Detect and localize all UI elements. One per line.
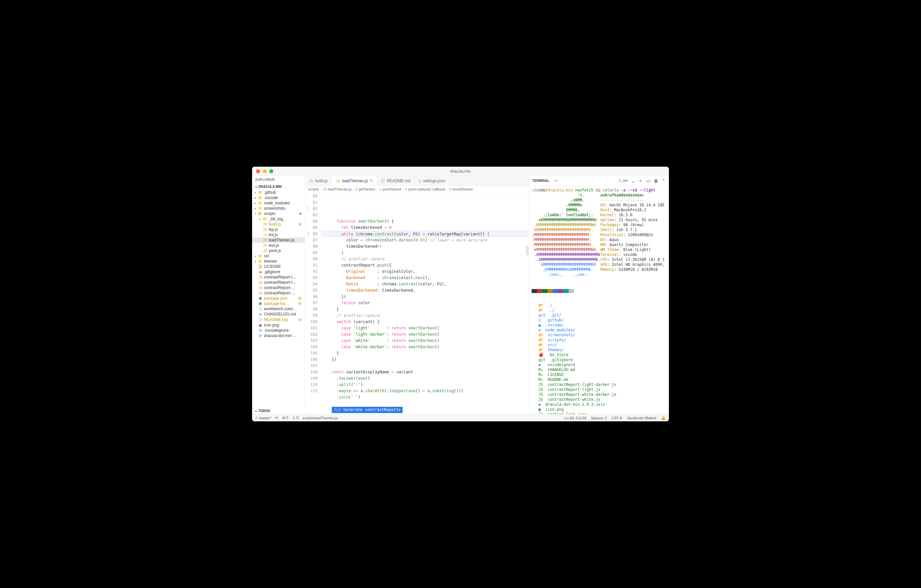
traffic-lights [256,169,273,173]
project-name: DRACULA.MIN [259,185,282,188]
tree-item[interactable]: ⬢package.jsonM [252,296,305,301]
tree-item[interactable]: JSbuild.jsM [252,222,305,227]
bell-icon[interactable]: 🔔 [661,416,666,420]
breadcrumb-item[interactable]: ƒyaml.replace() callback [405,187,446,191]
code-editor[interactable]: 8081{82838485}86878889909192939495969798… [305,192,529,414]
code-content[interactable]: function smartDarken() { let timesDarken… [321,192,529,414]
warnings-count[interactable]: ⚠ 0 [292,416,298,420]
new-terminal-icon[interactable]: ＋ [638,178,643,184]
tree-item[interactable]: JScontrastReport-l… [252,275,305,280]
breadcrumb-item[interactable]: ƒgetVariant [356,187,375,191]
close-tab-icon[interactable]: ✕ [370,179,373,183]
todos-label: TODOS [259,409,270,413]
kill-terminal-icon[interactable]: 🗑 [654,178,658,184]
tree-item[interactable]: ▸📁themes [252,258,305,264]
vscode-window: dracula.min EXPLORER ▾ DRACULA.MIN ▸📁.gi… [252,167,669,421]
body: EXPLORER ▾ DRACULA.MIN ▸📁.github▸📁.vscod… [252,176,669,414]
indent-setting[interactable]: Spaces: 2 [591,416,607,420]
chevron-down-icon: ▾ [255,185,257,188]
explorer-title: EXPLORER [252,176,305,184]
breadcrumbs[interactable]: scripts›JSloadThemes.js›ƒgetVariant›◇yam… [305,186,529,192]
editor-tabs: JSbuild.jsJSloadThemes.js✕ⓘREADME.md{}se… [305,176,529,186]
tree-item[interactable]: ▸📁screenshots [252,206,305,211]
tree-item[interactable]: JScontrastReport-… [252,285,305,290]
hide-panel-icon[interactable]: ⌃ [662,178,666,184]
terminal-panel: TERMINAL ••• 1: zsh ⌄ ＋ ▭ 🗑 ⌃ ~/code/dra… [529,176,669,414]
tree-item[interactable]: ▸📁src [252,253,305,258]
tree-item[interactable]: JSyaml.js [252,248,305,253]
window-title: dracula.min [450,169,471,174]
sync-icon[interactable]: ⟳ [275,416,278,420]
close-window[interactable] [256,169,260,173]
terminal-tab[interactable]: TERMINAL [532,179,550,182]
editor-area: JSbuild.jsJSloadThemes.js✕ⓘREADME.md{}se… [305,176,529,414]
tree-item[interactable]: ▾📂scripts [252,211,305,216]
breadcrumb-item[interactable]: scripts [308,187,319,191]
statusbar: ᚶ master* ⟳ ⊗ 0 ⚠ 0 scripts/loadThemes.j… [252,414,669,421]
tree-item[interactable]: JScontrastReport-l… [252,280,305,285]
minimap-indicator[interactable] [526,245,529,255]
editor-tab[interactable]: JSbuild.js [305,176,332,185]
tree-item[interactable]: ◈CHANGELOG.md [252,312,305,317]
breadcrumb-item[interactable]: JSloadThemes.js [322,187,351,191]
tree-item[interactable]: JSlint.js [252,232,305,237]
tree-item[interactable]: ⚙dracula-dot-min-… [252,333,305,338]
tree-item[interactable]: ⓘREADME.mdM [252,317,305,322]
tree-item[interactable]: {}workbench.color… [252,306,305,312]
tree-item[interactable]: JStest.js [252,243,305,248]
git-branch[interactable]: ᚶ master* [255,416,271,420]
split-terminal-icon[interactable]: ▭ [646,178,650,184]
dropdown-icon[interactable]: ⌄ [631,178,635,184]
chevron-right-icon: ▸ [255,409,257,413]
editor-tab[interactable]: {}settings.json [415,176,449,185]
terminal-header: TERMINAL ••• 1: zsh ⌄ ＋ ▭ 🗑 ⌃ [529,176,669,186]
explorer-sidebar: EXPLORER ▾ DRACULA.MIN ▸📁.github▸📁.vscod… [252,176,305,414]
tree-item[interactable]: ▸📁_ttd_log_ [252,216,305,222]
tree-item[interactable]: JSloadThemes.js [252,237,305,243]
encoding[interactable]: UTF-8 [612,416,622,420]
editor-tab[interactable]: ⓘREADME.md [377,176,415,185]
editor-tab[interactable]: JSloadThemes.js✕ [332,176,377,185]
tree-item[interactable]: ◆.gitignore [252,269,305,275]
maximize-window[interactable] [269,169,273,173]
todos-header[interactable]: ▸ TODOS [252,408,305,414]
terminal-content[interactable]: ~/code/dracula.min neofetch && colorls -… [529,186,669,414]
project-header[interactable]: ▾ DRACULA.MIN [252,184,305,190]
tree-item[interactable]: 📜LICENSE [252,264,305,269]
line-gutter: 8081{82838485}86878889909192939495969798… [305,192,321,414]
tree-item[interactable]: JScontrastReport-… [252,290,305,296]
tree-item[interactable]: ▸📁node_modules [252,200,305,206]
tree-item[interactable]: JSfsp.js [252,227,305,232]
cursor-position[interactable]: Ln 83, Col 69 [565,416,586,420]
breadcrumb-item[interactable]: ◇yamlVariant [379,187,401,191]
errors-count[interactable]: ⊗ 0 [282,416,288,420]
minimize-window[interactable] [263,169,267,173]
tree-item[interactable]: ▣icon.png [252,322,305,328]
file-tree: ▸📁.github▸📁.vscode▸📁node_modules▸📁screen… [252,190,305,408]
tree-item[interactable]: ⬢package-loc…M [252,301,305,306]
language-mode[interactable]: JavaScript (Babel) [626,416,656,420]
tree-item[interactable]: ▸📁.vscode [252,195,305,200]
more-icon[interactable]: ••• [554,179,558,182]
tree-item[interactable]: ▸📁.github [252,190,305,195]
terminal-select[interactable]: 1: zsh [618,179,628,182]
tree-item[interactable]: ⚙.vscodeignore [252,328,305,333]
breadcrumb-item[interactable]: ƒsmartDarken [449,187,473,191]
titlebar: dracula.min [252,167,669,176]
file-path: scripts/loadThemes.js [303,416,337,420]
